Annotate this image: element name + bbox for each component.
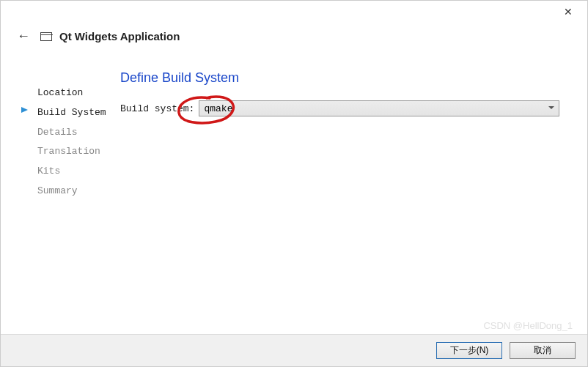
build-system-select[interactable]: qmake: [199, 100, 559, 116]
chevron-down-icon: [548, 106, 554, 109]
sidebar-item-build-system: Build System: [21, 103, 120, 123]
close-icon[interactable]: ✕: [558, 3, 578, 21]
next-button[interactable]: 下一步(N): [436, 342, 502, 359]
wizard-header: ← Qt Widgets Application: [1, 23, 587, 56]
build-system-row: Build system: qmake: [120, 100, 559, 116]
sidebar-item-translation: Translation: [21, 142, 120, 162]
wizard-content: Location Build System Details Translatio…: [1, 56, 587, 201]
cancel-button[interactable]: 取消: [510, 342, 576, 359]
wizard-main-panel: Define Build System Build system: qmake: [120, 70, 573, 201]
wizard-steps-sidebar: Location Build System Details Translatio…: [21, 70, 120, 201]
page-title: Define Build System: [120, 70, 559, 86]
sidebar-item-summary: Summary: [21, 182, 120, 201]
wizard-footer: 下一步(N) 取消: [1, 334, 587, 366]
sidebar-item-kits: Kits: [21, 162, 120, 182]
wizard-title: Qt Widgets Application: [59, 30, 180, 42]
watermark-text: CSDN @HellDong_1: [483, 320, 573, 331]
sidebar-item-location: Location: [21, 84, 120, 103]
sidebar-item-details: Details: [21, 123, 120, 143]
build-system-label: Build system:: [120, 103, 194, 114]
back-arrow-icon[interactable]: ←: [14, 27, 33, 45]
titlebar: ✕: [1, 1, 587, 23]
app-window-icon: [40, 32, 52, 41]
build-system-value: qmake: [204, 103, 232, 114]
